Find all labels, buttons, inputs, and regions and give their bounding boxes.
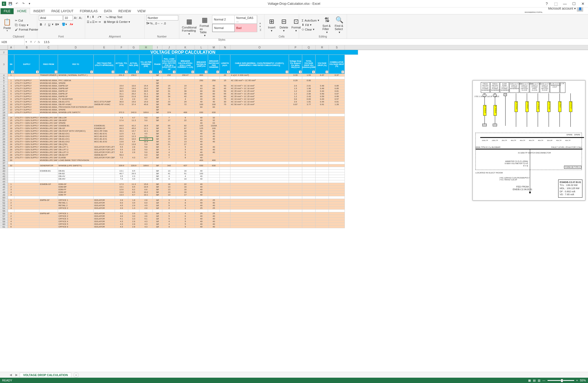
cell[interactable] [329,119,345,122]
cell[interactable]: 3.1 [115,212,128,215]
cell[interactable]: 80 [208,90,220,93]
cell[interactable]: 29 [8,156,14,159]
cell[interactable]: 38 [176,90,195,93]
cell[interactable]: 1Ø [153,207,162,210]
cell[interactable] [316,119,329,122]
cell[interactable]: 0.81 [329,101,345,103]
cell[interactable]: 630 [208,111,220,114]
cell[interactable]: 3Ø [153,148,162,151]
cell[interactable] [208,167,220,170]
cell[interactable]: 12.1 [139,127,153,130]
filter-icon[interactable]: ▾ [90,70,93,73]
cell[interactable]: MVMSB-NS 800A, 4P [39,95,58,98]
cell[interactable]: 10.0 [128,138,139,140]
cell[interactable]: 13 [162,194,176,196]
cell[interactable] [302,109,316,111]
row-header[interactable]: 19 [0,114,8,116]
cell[interactable] [153,159,162,162]
cell[interactable] [128,167,139,170]
cell[interactable] [14,207,39,210]
cell[interactable]: 4C 16 mm² + 1C 16 mm² [230,85,289,87]
cell[interactable]: 40 [195,175,208,178]
style-normal2[interactable]: Normal 2 [212,15,235,23]
cell[interactable]: 4C 25 mm² + 1C 16 mm² [230,87,289,90]
cell[interactable]: OFFICE 5 [58,223,94,226]
cell[interactable]: 5 [176,226,195,228]
cell[interactable]: 1 [8,212,14,215]
cell[interactable] [302,151,316,154]
cell[interactable] [39,180,58,183]
cell[interactable]: 4.5 [139,132,153,135]
cell[interactable] [94,175,115,178]
cell[interactable] [329,106,345,109]
cell[interactable]: 169.6 [139,111,153,114]
cell[interactable]: 40 [208,140,220,143]
format-as-table-button[interactable]: ▦Format as Table▾ [198,15,211,38]
cell[interactable]: UTILITY SUPPLY [14,87,39,90]
cell[interactable] [302,122,316,124]
cell[interactable] [302,77,316,79]
cell[interactable] [302,143,316,146]
cell[interactable] [316,127,329,130]
cell[interactable]: 40 [208,138,220,140]
cell[interactable] [329,77,345,79]
cell[interactable] [94,116,115,119]
col-header[interactable]: K [176,45,195,50]
cell[interactable] [220,218,230,220]
cell[interactable]: 2.01 [302,85,316,87]
cell[interactable] [329,183,345,186]
col-header[interactable]: R [316,45,329,50]
cell[interactable] [302,202,316,204]
hdr-sn[interactable]: SN▾ [8,55,14,74]
cell[interactable] [139,114,153,116]
cell[interactable]: 22 [176,183,195,186]
cell[interactable]: EMPB-1F [58,90,94,93]
cell[interactable] [139,178,153,180]
cell[interactable]: 58.4 [115,154,128,156]
cell[interactable] [220,77,230,79]
cell[interactable] [289,106,302,109]
cell[interactable]: 80 [208,95,220,98]
cell[interactable] [316,183,329,186]
cell[interactable] [94,162,115,164]
cell[interactable]: MCC-B2-EX2 [94,135,115,138]
hdr-phase[interactable]: PHASE▾ [153,55,162,74]
cell[interactable] [289,194,302,196]
cell[interactable] [316,77,329,79]
cell[interactable] [230,167,289,170]
cell[interactable] [39,167,58,170]
cell[interactable]: DB-B2 [58,172,94,175]
cell[interactable]: UTILITY SUPPLY [14,93,39,95]
cell[interactable] [316,143,329,146]
cell[interactable]: 1320A [208,124,220,127]
cell[interactable]: 4 [162,226,176,228]
cell[interactable] [289,218,302,220]
hdr-fedto[interactable]: FED TO▾ [58,55,94,74]
cell[interactable]: 242.0 [128,111,139,114]
cell[interactable]: 468 [176,111,195,114]
cell[interactable]: 40 [195,223,208,226]
cell[interactable]: 100 [208,127,220,130]
row-header[interactable]: 10 [0,90,8,93]
paste-button[interactable]: 📋Paste▾ [2,15,13,35]
cell[interactable]: 3 [8,218,14,220]
cell[interactable]: 40 [208,226,220,228]
ribbon-options-icon[interactable]: ⬚ [552,1,560,7]
increase-decimal-icon[interactable]: .0→ [155,22,160,25]
cell[interactable]: 3Ø [153,138,162,140]
cell[interactable]: 13.1 [115,186,128,188]
cell[interactable] [289,196,302,199]
cell[interactable] [58,162,94,164]
cell[interactable] [289,167,302,170]
filter-icon[interactable]: ▾ [173,70,176,73]
cell[interactable]: 40 [195,220,208,223]
cell[interactable]: DB-MV [58,178,94,180]
row-header[interactable]: 24 [0,127,8,130]
cell[interactable]: 3Ø [153,191,162,194]
cell[interactable]: 4C 35 mm² + 1C 25 mm² [230,93,289,95]
insert-cells-button[interactable]: ⊞Insert▾ [266,15,277,35]
cell[interactable]: 75 [220,98,230,101]
cell[interactable]: 40 [195,186,208,188]
cell[interactable] [302,127,316,130]
cell[interactable]: 19.0 [128,87,139,90]
